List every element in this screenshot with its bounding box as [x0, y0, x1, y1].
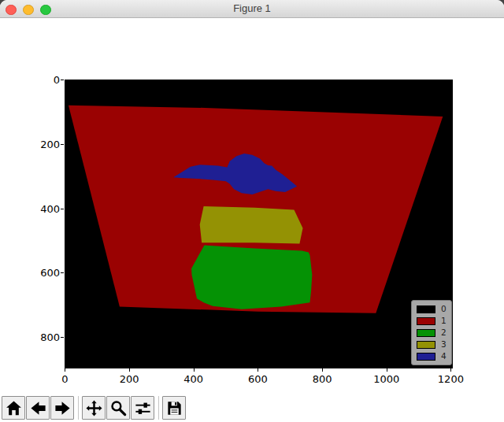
y-tick-mark — [61, 209, 64, 209]
pan-button[interactable] — [82, 396, 106, 420]
zoom-rect-button[interactable] — [106, 396, 130, 420]
segmentation-image — [65, 80, 453, 368]
y-tick-label: 0 — [54, 74, 60, 86]
y-tick-mark — [61, 144, 64, 145]
legend: 01234 — [411, 300, 452, 365]
titlebar[interactable]: Figure 1 — [0, 0, 504, 18]
save-button[interactable] — [162, 396, 186, 420]
legend-label: 3 — [441, 341, 447, 348]
region-class-2 — [191, 245, 312, 309]
legend-row: 0 — [417, 305, 447, 313]
legend-swatch — [417, 329, 435, 337]
legend-swatch — [417, 353, 435, 361]
x-tick-mark — [450, 368, 451, 372]
x-tick-mark — [194, 368, 195, 372]
y-tick-mark — [61, 337, 64, 338]
legend-row: 1 — [417, 317, 447, 324]
region-class-3 — [200, 206, 303, 243]
x-tick-label: 600 — [248, 373, 268, 385]
forward-arrow-icon — [54, 399, 72, 417]
plot-area[interactable]: 01234 — [65, 80, 453, 368]
legend-label: 4 — [441, 353, 447, 360]
x-tick-label: 1200 — [438, 373, 464, 385]
legend-row: 4 — [417, 353, 447, 360]
y-tick-label: 800 — [40, 331, 60, 342]
x-tick-label: 1000 — [373, 373, 399, 385]
x-tick-label: 800 — [313, 373, 332, 385]
figure-canvas: 01234 020040060080010001200 020040060080… — [0, 18, 504, 422]
window-title: Figure 1 — [0, 0, 504, 17]
x-tick-mark — [258, 368, 258, 372]
configure-subplots-button[interactable] — [131, 396, 154, 420]
y-tick-label: 600 — [40, 267, 60, 279]
back-button[interactable] — [26, 396, 50, 420]
home-icon — [5, 399, 23, 417]
legend-row: 3 — [417, 341, 447, 348]
x-tick-mark — [387, 368, 387, 372]
sliders-icon — [134, 399, 152, 417]
toolbar — [2, 396, 187, 420]
legend-row: 2 — [417, 329, 447, 336]
y-tick-label: 400 — [40, 202, 60, 214]
y-tick-mark — [61, 272, 64, 273]
x-tick-mark — [65, 368, 65, 372]
x-tick-label: 0 — [61, 373, 68, 385]
save-floppy-icon — [165, 399, 183, 417]
forward-button[interactable] — [50, 396, 74, 420]
x-tick-label: 200 — [120, 373, 139, 385]
back-arrow-icon — [29, 399, 47, 417]
home-button[interactable] — [2, 396, 25, 420]
toolbar-separator — [158, 396, 159, 420]
x-tick-mark — [129, 368, 130, 372]
legend-swatch — [417, 341, 435, 349]
toolbar-separator — [78, 396, 79, 420]
magnifier-icon — [109, 399, 128, 417]
pan-icon — [85, 399, 103, 417]
y-tick-mark — [61, 80, 64, 80]
legend-label: 1 — [441, 317, 447, 324]
y-tick-label: 200 — [40, 139, 60, 150]
x-tick-mark — [322, 368, 323, 372]
x-tick-label: 400 — [183, 373, 203, 385]
figure-window: Figure 1 01234 020040060080010001200 020… — [0, 0, 504, 422]
legend-label: 2 — [441, 329, 447, 336]
legend-swatch — [417, 305, 435, 313]
legend-label: 0 — [441, 305, 447, 313]
legend-swatch — [417, 317, 435, 325]
